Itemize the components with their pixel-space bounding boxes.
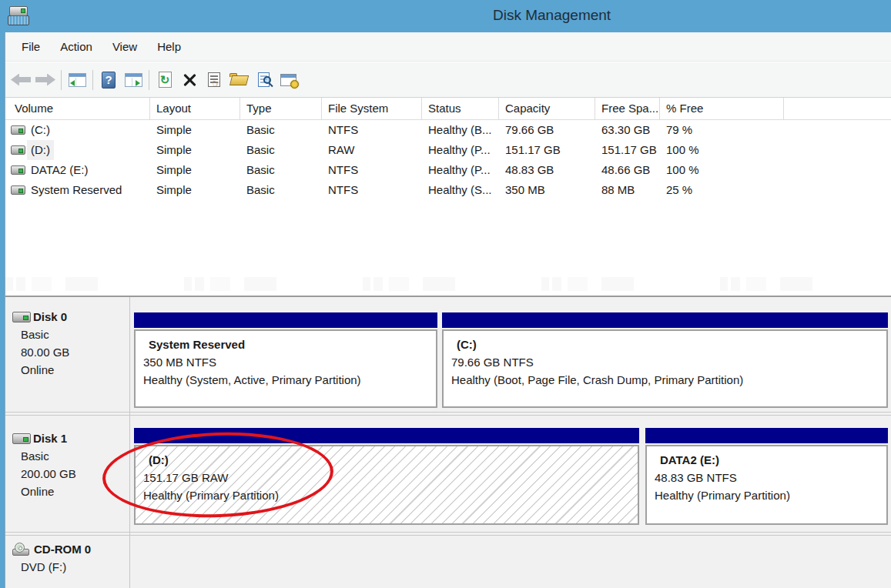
cell-free-space: 63.30 GB	[595, 120, 660, 140]
cell-empty	[784, 180, 891, 200]
cell-empty	[784, 120, 891, 140]
volume-icon	[11, 145, 25, 155]
partition-c[interactable]: (C:) 79.66 GB NTFS Healthy (Boot, Page F…	[442, 329, 888, 408]
toolbar-separator	[92, 70, 93, 90]
disk0-label[interactable]: Disk 0 Basic 80.00 GB Online	[21, 308, 69, 379]
cell-capacity: 350 MB	[499, 180, 595, 200]
cell-free-space: 151.17 GB	[595, 140, 660, 160]
partition-bar-system-reserved	[134, 312, 437, 328]
refresh-icon[interactable]: ↻	[152, 68, 177, 92]
disk-icon	[12, 433, 31, 444]
disk-icon	[12, 312, 31, 322]
volume-table: Volume Layout Type File System Status Ca…	[5, 98, 891, 200]
window-title: Disk Management	[493, 7, 611, 24]
forward-icon[interactable]	[33, 68, 58, 92]
volume-icon	[11, 185, 25, 195]
volume-list-pane: Volume Layout Type File System Status Ca…	[5, 98, 891, 296]
partition-status: Healthy (Primary Partition)	[655, 486, 886, 504]
properties-icon[interactable]: ☞	[202, 68, 226, 92]
column-header-layout[interactable]: Layout	[150, 98, 240, 120]
disk0-state: Online	[21, 361, 69, 379]
toolbar: ? ↻ ☞	[5, 62, 891, 98]
volume-icon	[11, 165, 25, 175]
label-column-separator	[129, 297, 130, 588]
show-action-pane-icon[interactable]	[121, 68, 146, 92]
cell-layout: Simple	[150, 180, 240, 200]
menu-action[interactable]: Action	[60, 40, 92, 53]
cell-free-space: 88 MB	[595, 180, 660, 200]
show-console-tree-icon[interactable]	[65, 68, 89, 92]
menu-file[interactable]: File	[22, 40, 40, 53]
cell-type: Basic	[240, 180, 322, 200]
cell-pct-free: 100 %	[660, 160, 784, 180]
cell-empty	[784, 160, 891, 180]
toolbar-separator	[61, 70, 62, 90]
volume-row-d[interactable]: (D:)	[5, 140, 150, 160]
disk-row-divider	[0, 412, 891, 413]
cell-status: Healthy (P...	[422, 160, 499, 180]
toolbar-separator	[149, 70, 149, 90]
volume-row-data2-e[interactable]: DATA2 (E:)	[5, 160, 150, 180]
cell-fs: NTFS	[322, 160, 422, 180]
column-header-status[interactable]: Status	[422, 98, 499, 120]
cell-layout: Simple	[150, 120, 240, 140]
partition-size-fs: 350 MB NTFS	[143, 353, 436, 371]
open-icon[interactable]	[226, 68, 251, 92]
disk-management-icon	[7, 4, 30, 27]
volume-icon	[11, 125, 25, 135]
title-bar[interactable]: Disk Management	[0, 0, 891, 32]
menu-bar: File Action View Help	[5, 32, 891, 62]
disk0-size: 80.00 GB	[21, 343, 69, 361]
disk-management-window: Disk Management File Action View Help ? …	[0, 0, 891, 588]
partition-data2-e[interactable]: DATA2 (E:) 48.83 GB NTFS Healthy (Primar…	[645, 445, 888, 525]
volume-row-system-reserved[interactable]: System Reserved	[5, 180, 150, 200]
partition-size-fs: 48.83 GB NTFS	[655, 469, 886, 486]
cell-layout: Simple	[150, 160, 240, 180]
delete-icon[interactable]	[177, 68, 202, 92]
cell-pct-free: 79 %	[660, 120, 784, 140]
cell-layout: Simple	[150, 140, 240, 160]
disk1-size: 200.00 GB	[21, 465, 76, 483]
column-header-pct-free[interactable]: % Free	[660, 98, 784, 120]
partition-status: Healthy (System, Active, Primary Partiti…	[143, 371, 436, 389]
menu-view[interactable]: View	[112, 40, 137, 53]
cell-capacity: 151.17 GB	[499, 140, 595, 160]
column-header-empty[interactable]	[784, 98, 891, 120]
volume-row-c[interactable]: (C:)	[5, 120, 150, 140]
graphical-view-pane: Disk 0 Basic 80.00 GB Online System Rese…	[0, 297, 891, 588]
cdrom-icon	[12, 543, 32, 556]
partition-bar-c	[442, 312, 888, 328]
cdrom0-label[interactable]: CD-ROM 0 DVD (F:)	[21, 540, 91, 576]
cdrom0-kind: DVD (F:)	[21, 558, 91, 576]
column-header-free-space[interactable]: Free Spa...	[595, 98, 660, 120]
column-header-volume[interactable]: Volume	[5, 98, 150, 120]
disk1-label[interactable]: Disk 1 Basic 200.00 GB Online	[21, 429, 76, 500]
cell-status: Healthy (S...	[422, 180, 499, 200]
cell-free-space: 48.66 GB	[595, 160, 660, 180]
back-icon[interactable]	[8, 68, 33, 92]
find-icon[interactable]	[251, 68, 276, 92]
column-header-capacity[interactable]: Capacity	[499, 98, 595, 120]
cell-type: Basic	[240, 120, 322, 140]
partition-status: Healthy (Boot, Page File, Crash Dump, Pr…	[451, 371, 886, 389]
partition-size-fs: 79.66 GB NTFS	[451, 353, 886, 371]
cell-pct-free: 25 %	[660, 180, 784, 200]
window-left-border-line	[5, 32, 5, 588]
disk-row-divider	[0, 532, 891, 533]
disk1-kind: Basic	[21, 447, 76, 465]
column-header-type[interactable]: Type	[240, 98, 322, 120]
disk-settings-icon[interactable]	[276, 68, 300, 92]
cell-status: Healthy (P...	[422, 140, 499, 160]
cell-capacity: 48.83 GB	[499, 160, 595, 180]
disk-row-divider	[0, 415, 891, 416]
help-icon[interactable]: ?	[96, 68, 121, 92]
menu-help[interactable]: Help	[157, 40, 181, 53]
partition-system-reserved[interactable]: System Reserved 350 MB NTFS Healthy (Sys…	[134, 329, 437, 408]
cell-type: Basic	[240, 140, 322, 160]
cell-type: Basic	[240, 160, 322, 180]
disk-row-divider	[0, 535, 891, 536]
cell-pct-free: 100 %	[660, 140, 784, 160]
partition-bar-data2-e	[645, 428, 888, 443]
column-header-file-system[interactable]: File System	[322, 98, 422, 120]
cell-fs: NTFS	[322, 180, 422, 200]
